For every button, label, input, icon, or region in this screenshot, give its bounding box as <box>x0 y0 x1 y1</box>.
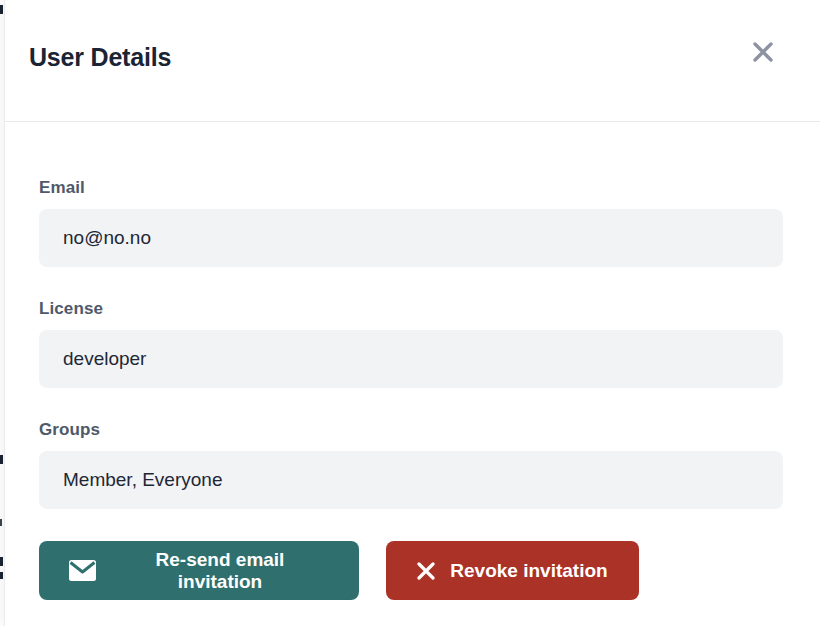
license-value: developer <box>63 348 146 370</box>
envelope-icon <box>69 560 96 581</box>
resend-email-invitation-button[interactable]: Re-send email invitation <box>39 541 359 600</box>
modal-title: User Details <box>29 43 171 72</box>
revoke-button-label: Revoke invitation <box>450 560 607 582</box>
revoke-invitation-button[interactable]: Revoke invitation <box>386 541 639 600</box>
modal-header: User Details <box>5 0 820 122</box>
license-field[interactable]: developer <box>39 330 783 388</box>
background-text-fragment <box>0 519 2 526</box>
email-label: Email <box>39 178 786 198</box>
email-value: no@no.no <box>63 227 151 249</box>
email-field-group: Email no@no.no <box>39 178 786 267</box>
background-text-fragment <box>0 572 3 579</box>
groups-value: Member, Everyone <box>63 469 222 491</box>
background-text-fragment <box>0 557 3 566</box>
close-button[interactable] <box>746 37 780 71</box>
license-label: License <box>39 299 786 319</box>
background-text-fragment <box>0 5 3 14</box>
background-text-fragment <box>0 455 3 464</box>
action-buttons-row: Re-send email invitation Revoke invitati… <box>39 541 786 600</box>
modal-body: Email no@no.no License developer Groups … <box>5 122 820 600</box>
groups-field[interactable]: Member, Everyone <box>39 451 783 509</box>
groups-label: Groups <box>39 420 786 440</box>
license-field-group: License developer <box>39 299 786 388</box>
email-field[interactable]: no@no.no <box>39 209 783 267</box>
x-icon <box>417 562 435 580</box>
close-icon <box>750 39 776 68</box>
resend-button-label: Re-send email invitation <box>111 549 329 593</box>
user-details-modal: User Details Email no@no.no License deve… <box>4 0 820 626</box>
groups-field-group: Groups Member, Everyone <box>39 420 786 509</box>
